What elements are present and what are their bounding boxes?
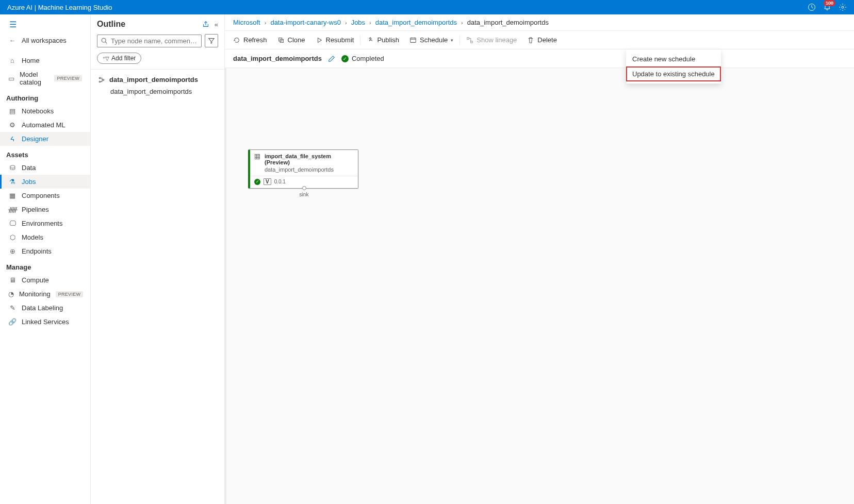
sidebar: ☰ ← All workspaces ⌂ Home ▭ Model catalo… (0, 14, 91, 504)
sidebar-item-label: Pipelines (22, 206, 49, 213)
svg-rect-8 (410, 38, 416, 42)
content-area: Microsoft › data-import-canary-ws0 › Job… (225, 14, 854, 504)
sidebar-item-compute[interactable]: 🖥 Compute (0, 273, 90, 287)
chevron-right-icon: › (461, 20, 463, 26)
outline-search-box[interactable] (97, 35, 202, 47)
sidebar-item-label: Monitoring (19, 290, 51, 298)
node-title: import_data_file_system (Preview) (265, 153, 354, 165)
sidebar-item-model-catalog[interactable]: ▭ Model catalog PREVIEW (0, 68, 90, 89)
outline-search-input[interactable] (111, 37, 198, 45)
publish-button[interactable]: Publish (362, 33, 404, 47)
node-subtitle: data_import_demoimportds (265, 166, 354, 173)
topbar: Azure AI | Machine Learning Studio 100 (0, 0, 854, 14)
svg-rect-11 (255, 155, 260, 159)
sidebar-item-automated-ml[interactable]: ⚙ Automated ML (0, 118, 90, 132)
sidebar-item-label: Compute (22, 276, 49, 284)
sidebar-item-designer[interactable]: ᔦ Designer (0, 132, 90, 146)
schedule-button[interactable]: Schedule ▾ (404, 33, 458, 47)
node-version: 0.0.1 (274, 179, 286, 184)
node-status-icon: ✓ (254, 179, 260, 185)
components-icon: ▦ (8, 192, 17, 199)
breadcrumb-jobs[interactable]: Jobs (351, 19, 365, 26)
resubmit-button[interactable]: Resubmit (310, 33, 359, 47)
filter-button[interactable] (205, 34, 218, 47)
tree-parent-node[interactable]: data_import_demoimportds (98, 76, 217, 83)
tree-parent-label: data_import_demoimportds (109, 76, 198, 83)
sidebar-item-pipelines[interactable]: ᚏ Pipelines (0, 203, 90, 216)
sidebar-item-label: Linked Services (22, 318, 69, 326)
outline-title: Outline (97, 20, 125, 29)
automl-icon: ⚙ (8, 121, 17, 129)
job-status: ✓ Completed (341, 55, 384, 62)
breadcrumb-current: data_import_demoimportds (467, 19, 549, 26)
share-icon[interactable] (202, 21, 209, 28)
sidebar-item-label: Environments (22, 220, 62, 227)
svg-rect-9 (467, 37, 469, 39)
svg-point-1 (842, 6, 844, 8)
models-icon: ⬡ (8, 233, 17, 241)
node-output-port[interactable] (302, 186, 306, 190)
settings-gear-icon[interactable] (839, 3, 847, 11)
all-workspaces-link[interactable]: ← All workspaces (0, 32, 90, 48)
sidebar-section-authoring: Authoring (0, 89, 90, 104)
preview-badge: PREVIEW (56, 291, 84, 297)
svg-point-2 (102, 38, 106, 42)
sidebar-item-label: Data Labeling (22, 304, 63, 312)
chevron-down-icon: ▾ (451, 38, 453, 43)
lineage-icon (466, 37, 473, 44)
pipeline-node[interactable]: import_data_file_system (Preview) data_i… (248, 149, 358, 189)
add-filter-button[interactable]: ⁺▽ Add filter (97, 53, 141, 64)
chevron-right-icon: › (265, 20, 267, 26)
refresh-button[interactable]: Refresh (228, 33, 272, 47)
linked-icon: 🔗 (8, 318, 17, 326)
sidebar-item-environments[interactable]: 🖵 Environments (0, 216, 90, 230)
collapse-icon[interactable]: « (215, 21, 218, 28)
breadcrumb-workspace[interactable]: data-import-canary-ws0 (270, 19, 341, 26)
schedule-dropdown-menu: Create new schedule Update to existing s… (626, 49, 721, 83)
notification-bell-icon[interactable]: 100 (823, 3, 831, 11)
sidebar-item-models[interactable]: ⬡ Models (0, 230, 90, 244)
sidebar-item-label: Components (22, 192, 60, 199)
sidebar-item-linked-services[interactable]: 🔗 Linked Services (0, 315, 90, 329)
breadcrumb-experiment[interactable]: data_import_demoimportds (375, 19, 457, 26)
tree-child-node[interactable]: data_import_demoimportds (98, 83, 217, 95)
sidebar-item-data[interactable]: ⛁ Data (0, 161, 90, 175)
status-check-icon: ✓ (341, 55, 349, 62)
delete-icon (527, 37, 534, 44)
chevron-right-icon: › (369, 20, 371, 26)
delete-button[interactable]: Delete (522, 33, 562, 47)
schedule-menu-create[interactable]: Create new schedule (626, 52, 721, 66)
sidebar-item-monitoring[interactable]: ◔ Monitoring PREVIEW (0, 287, 90, 301)
sidebar-item-endpoints[interactable]: ⊕ Endpoints (0, 244, 90, 258)
sidebar-item-home[interactable]: ⌂ Home (0, 54, 90, 68)
branch-icon (98, 76, 105, 83)
designer-icon: ᔦ (8, 135, 17, 143)
add-filter-label: Add filter (111, 55, 136, 62)
clock-icon[interactable] (808, 3, 816, 11)
svg-point-3 (99, 77, 101, 79)
clone-icon (277, 37, 285, 44)
refresh-icon (233, 37, 240, 44)
hamburger-icon[interactable]: ☰ (9, 20, 17, 29)
sidebar-item-jobs[interactable]: ⚗ Jobs (0, 175, 90, 189)
clone-button[interactable]: Clone (272, 33, 310, 47)
node-port-label: sink (300, 192, 309, 197)
sidebar-item-label: Endpoints (22, 247, 52, 255)
sidebar-item-components[interactable]: ▦ Components (0, 189, 90, 203)
edit-icon[interactable] (328, 55, 335, 62)
toolbar-separator (360, 36, 360, 45)
data-icon: ⛁ (8, 164, 17, 172)
sidebar-item-label: Data (22, 164, 36, 172)
labeling-icon: ✎ (8, 304, 17, 312)
sidebar-item-label: Model catalog (20, 71, 49, 86)
tree-child-label: data_import_demoimportds (110, 88, 192, 95)
node-version-badge: V (264, 178, 271, 185)
pipeline-canvas[interactable]: import_data_file_system (Preview) data_i… (225, 68, 854, 504)
outline-panel: Outline « (91, 14, 225, 504)
breadcrumb-root[interactable]: Microsoft (233, 19, 260, 26)
schedule-icon (409, 37, 417, 44)
schedule-menu-update[interactable]: Update to existing schedule (626, 66, 721, 81)
sidebar-item-notebooks[interactable]: ▤ Notebooks (0, 104, 90, 118)
sidebar-item-data-labeling[interactable]: ✎ Data Labeling (0, 301, 90, 315)
toolbar-separator (459, 36, 460, 45)
